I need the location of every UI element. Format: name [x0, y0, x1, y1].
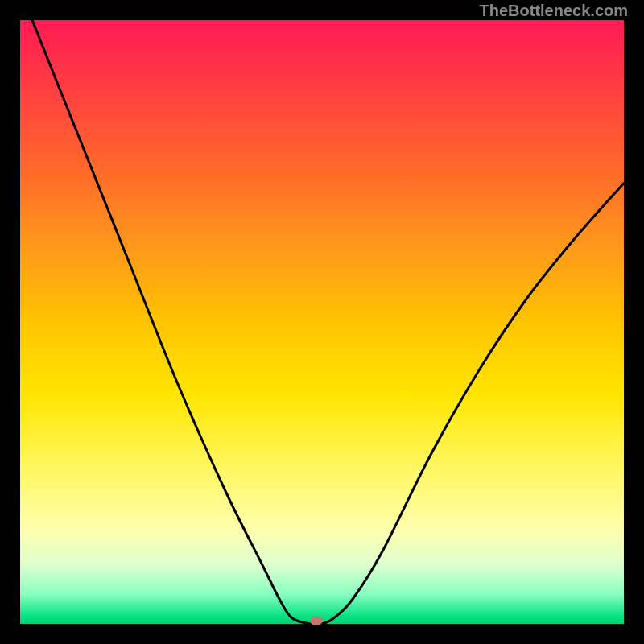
curve-svg	[20, 20, 624, 624]
marker-dot	[310, 616, 323, 625]
bottleneck-curve	[32, 20, 624, 624]
watermark-text: TheBottleneck.com	[480, 2, 628, 20]
plot-area	[20, 20, 624, 624]
chart-container: TheBottleneck.com	[0, 0, 644, 644]
